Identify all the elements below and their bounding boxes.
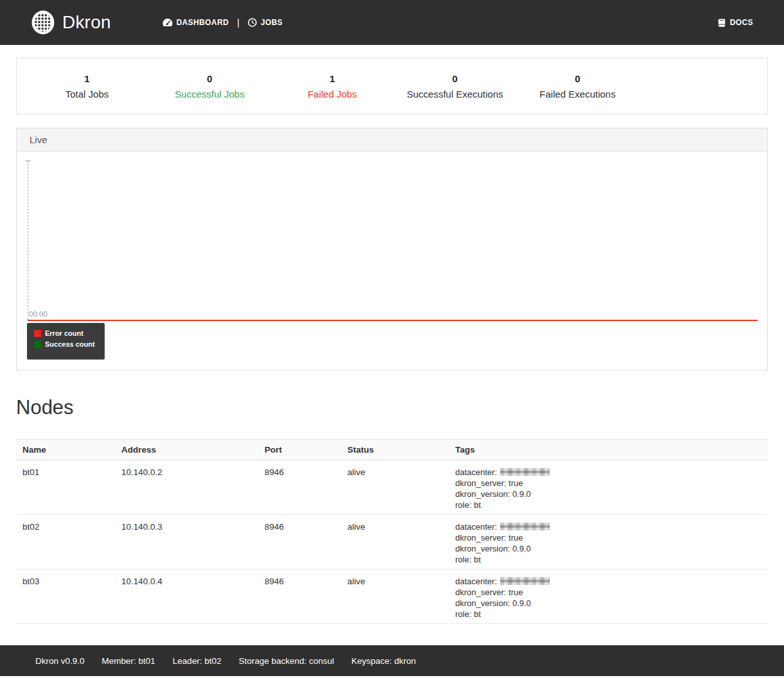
tag-datacenter: datacenter: [455, 467, 763, 478]
legend-item-error-count[interactable]: Error count [34, 329, 105, 337]
tag-dkron-server: dkron_server: true [455, 532, 763, 543]
table-row: bt03 10.140.0.4 8946 alive datacenter: d… [16, 569, 768, 624]
book-icon [717, 18, 726, 28]
chart-y-axis [28, 161, 28, 320]
legend-label-error: Error count [45, 329, 83, 337]
node-name: bt03 [16, 569, 115, 624]
chart-x-tick-label: 00:00 [29, 310, 48, 318]
clock-icon [248, 18, 257, 27]
stat-failed-jobs-value: 1 [271, 73, 394, 84]
brand-link[interactable]: Dkron [31, 10, 111, 35]
stat-failed-jobs: 1 Failed Jobs [271, 73, 394, 100]
stat-total-jobs: 1 Total Jobs [26, 73, 148, 100]
table-row: bt01 10.140.0.2 8946 alive datacenter: d… [16, 460, 768, 515]
column-header-name: Name [16, 440, 115, 460]
stat-failed-executions-value: 0 [516, 73, 639, 84]
footer-version: Dkron v0.9.0 [35, 656, 85, 666]
node-name: bt01 [16, 460, 115, 515]
node-address: 10.140.0.3 [115, 515, 258, 569]
node-port: 8946 [258, 460, 341, 515]
node-tags: datacenter: dkron_server: true dkron_ver… [449, 460, 768, 515]
live-panel-title: Live [17, 128, 767, 152]
tag-role: role: bt [455, 500, 763, 510]
nodes-table-header-row: Name Address Port Status Tags [16, 440, 768, 460]
nav-links: DASHBOARD | JOBS [162, 17, 283, 28]
node-port: 8946 [258, 515, 341, 569]
stat-successful-executions-label: Successful Executions [394, 89, 516, 100]
tag-role: role: bt [455, 609, 763, 620]
nodes-table: Name Address Port Status Tags bt01 10.14… [16, 439, 768, 624]
nav-dashboard-label: DASHBOARD [177, 18, 229, 27]
stat-successful-jobs: 0 Successful Jobs [148, 73, 271, 100]
legend-item-success-count[interactable]: Success count [34, 340, 105, 348]
tag-dkron-server: dkron_server: true [455, 478, 763, 489]
nav-jobs-link[interactable]: JOBS [248, 18, 283, 27]
stat-total-jobs-value: 1 [26, 73, 148, 84]
stat-successful-jobs-label: Successful Jobs [148, 89, 271, 100]
node-status: alive [341, 460, 449, 515]
stat-failed-jobs-label: Failed Jobs [271, 89, 394, 100]
nav-jobs-label: JOBS [261, 18, 283, 27]
nav-separator: | [237, 17, 240, 28]
node-status: alive [341, 569, 449, 624]
chart-y-axis-tick [26, 161, 31, 161]
brand-title: Dkron [62, 12, 111, 33]
node-address: 10.140.0.2 [115, 460, 258, 515]
tag-dkron-server: dkron_server: true [455, 587, 763, 598]
stat-successful-executions-value: 0 [394, 73, 516, 84]
stats-panel: 1 Total Jobs 0 Successful Jobs 1 Failed … [16, 58, 768, 114]
tag-dkron-version: dkron_version: 0.9.0 [455, 598, 763, 609]
footer-bar: Dkron v0.9.0 Member: bt01 Leader: bt02 S… [0, 645, 784, 676]
chart-error-series-line [28, 320, 758, 321]
column-header-status: Status [341, 440, 449, 460]
footer-storage-backend: Storage backend: consul [239, 656, 335, 666]
column-header-port: Port [258, 440, 341, 460]
nav-dashboard-link[interactable]: DASHBOARD [162, 18, 229, 27]
footer-leader: Leader: bt02 [173, 656, 222, 666]
redacted-datacenter-value [500, 523, 550, 530]
nodes-section-title: Nodes [16, 396, 768, 419]
footer-keyspace: Keyspace: dkron [351, 656, 416, 666]
nav-docs-label: DOCS [730, 18, 753, 27]
live-chart-area: 00:00 Error count Success count [17, 152, 767, 370]
chart-legend: Error count Success count [27, 323, 105, 360]
legend-swatch-success-icon [34, 341, 41, 348]
node-name: bt02 [16, 515, 115, 569]
footer-member: Member: bt01 [102, 656, 155, 666]
dkron-logo-icon [31, 10, 55, 35]
tag-role: role: bt [455, 554, 763, 565]
stat-successful-executions: 0 Successful Executions [394, 73, 516, 100]
navbar: Dkron DASHBOARD | JOBS [0, 0, 784, 45]
node-address: 10.140.0.4 [115, 569, 258, 624]
node-tags: datacenter: dkron_server: true dkron_ver… [449, 515, 768, 569]
gauge-icon [162, 18, 173, 27]
stat-successful-jobs-value: 0 [148, 73, 271, 84]
tag-datacenter: datacenter: [455, 521, 763, 532]
tag-datacenter: datacenter: [455, 576, 763, 587]
tag-dkron-version: dkron_version: 0.9.0 [455, 543, 763, 554]
table-row: bt02 10.140.0.3 8946 alive datacenter: d… [16, 515, 768, 569]
node-tags: datacenter: dkron_server: true dkron_ver… [449, 569, 768, 624]
live-panel: Live 00:00 Error count Success count [16, 128, 768, 370]
legend-swatch-error-icon [34, 330, 41, 337]
redacted-datacenter-value [500, 577, 550, 585]
node-port: 8946 [258, 569, 341, 624]
node-status: alive [341, 515, 449, 569]
stat-total-jobs-label: Total Jobs [26, 89, 148, 100]
legend-label-success: Success count [45, 340, 95, 348]
nav-right: DOCS [717, 18, 753, 28]
stat-failed-executions-label: Failed Executions [516, 89, 639, 100]
redacted-datacenter-value [500, 468, 550, 476]
column-header-tags: Tags [449, 440, 768, 460]
column-header-address: Address [115, 440, 258, 460]
tag-dkron-version: dkron_version: 0.9.0 [455, 489, 763, 500]
nav-docs-link[interactable]: DOCS [717, 18, 753, 28]
stat-failed-executions: 0 Failed Executions [516, 73, 639, 100]
